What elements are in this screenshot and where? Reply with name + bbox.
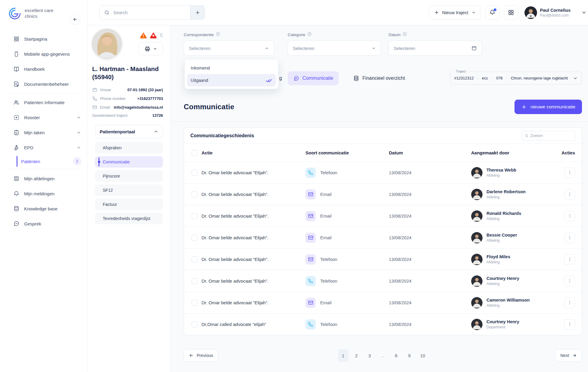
filter-categorie-select[interactable]: Selecteren xyxy=(288,41,381,56)
sidebar-item-handboek[interactable]: Handboek xyxy=(0,61,87,76)
nieuw-traject-button[interactable]: Nieuw traject xyxy=(429,5,481,20)
chat-icon xyxy=(13,221,20,227)
email-icon xyxy=(305,233,316,243)
sidebar-item-rooster[interactable]: Rooster xyxy=(0,110,87,125)
book-icon xyxy=(13,66,20,72)
telefoon-icon xyxy=(305,168,316,178)
row-checkbox[interactable] xyxy=(192,213,198,219)
sidebar-divider xyxy=(6,169,81,169)
double-check-icon xyxy=(266,78,272,83)
page-number-1[interactable]: 1 xyxy=(338,349,348,362)
coins-icon xyxy=(353,75,359,82)
row-actions-button[interactable] xyxy=(564,319,575,330)
row-actions-button[interactable] xyxy=(564,254,575,265)
epd-icon xyxy=(13,144,20,151)
row-actions-button[interactable] xyxy=(564,211,575,222)
patientenportaal-toggle[interactable]: Patientenportaal xyxy=(95,125,163,138)
portal-item-tevredenheids-vragenlijst[interactable]: Tevredenheids vragenlijst xyxy=(95,213,163,224)
traject-org: ecc xyxy=(478,76,492,80)
sidebar-item-knowledge-base[interactable]: Knowledge base xyxy=(0,201,87,216)
sidebar-item-mijn-meldingen[interactable]: Mijn meldingen xyxy=(0,186,87,201)
portal-item-communicatie[interactable]: Communicatie xyxy=(95,156,163,168)
sidebar-item-mijn-taken[interactable]: Mijn taken xyxy=(0,125,87,140)
table-header: Actie Soort communicatie Datum Aangemaak… xyxy=(184,144,582,162)
select-all-checkbox[interactable] xyxy=(192,150,198,156)
row-actions-button[interactable] xyxy=(564,232,575,243)
chevron-up-icon xyxy=(77,145,81,150)
dropdown-option-uitgaand[interactable]: Uitgaand xyxy=(187,74,276,86)
row-checkbox[interactable] xyxy=(192,278,198,284)
staff-avatar xyxy=(471,232,483,243)
dropdown-option-inkomend[interactable]: Inkomend xyxy=(187,62,276,74)
page-number-9[interactable]: 9 xyxy=(404,349,414,362)
portal-item-sf12[interactable]: SF12 xyxy=(95,184,163,196)
row-checkbox[interactable] xyxy=(192,300,198,306)
row-actions-button[interactable] xyxy=(564,276,575,287)
next-page-button[interactable]: Next xyxy=(555,349,582,362)
sidebar-item-mobiele-app-gegevens[interactable]: Mobiele app-gegevens xyxy=(0,46,87,61)
main-content: Correspondentie Selecteren Categorie Sel… xyxy=(171,25,588,372)
traject-code: 076 xyxy=(492,76,507,80)
table-row: Dr. Omar belde advocaat "Elijah". Email … xyxy=(184,205,582,227)
table-row: Dr. Omar belde advocaat "Elijah". Telefo… xyxy=(184,270,582,292)
sidebar-subitem-pati-nten[interactable]: Patiënten 2 xyxy=(0,155,87,168)
page-number-8[interactable]: 8 xyxy=(391,349,401,362)
table-search-input[interactable] xyxy=(530,134,572,138)
table-body: Dr. Omar belde advocaat "Elijah". Telefo… xyxy=(184,162,582,335)
people-icon xyxy=(13,99,20,106)
notification-dot xyxy=(494,8,496,11)
print-button[interactable] xyxy=(138,42,163,55)
portal-item-pijnscore[interactable]: Pijnscore xyxy=(95,170,163,182)
page-ellipsis: ... xyxy=(378,349,388,362)
nieuwe-communicatie-button[interactable]: nieuwe communicatie xyxy=(514,100,582,114)
portal-item-factuur[interactable]: Factuur xyxy=(95,199,163,210)
row-checkbox[interactable] xyxy=(192,191,198,197)
page-number-3[interactable]: 3 xyxy=(364,349,375,362)
chevron-down-icon xyxy=(471,10,476,15)
row-checkbox[interactable] xyxy=(192,256,198,262)
filter-categorie: Categorie Selecteren xyxy=(288,32,381,56)
sidebar-item-documentenbeheheer[interactable]: Documentenbeheheer xyxy=(0,76,87,91)
search-add-button[interactable] xyxy=(190,6,205,19)
previous-page-button[interactable]: Previous xyxy=(184,349,218,362)
email-icon xyxy=(305,254,316,265)
filter-datum-select[interactable]: Selecteren xyxy=(389,41,482,56)
row-actions-button[interactable] xyxy=(564,167,575,178)
page-number-10[interactable]: 10 xyxy=(418,349,428,362)
traject-select[interactable]: Traject #12312312 ecc 076 Chron. neuroge… xyxy=(450,72,582,85)
user-menu-chevron[interactable] xyxy=(581,10,586,15)
tab-communicatie[interactable]: Communicatie xyxy=(288,71,339,85)
sidebar-item-gesprek[interactable]: Gesprek xyxy=(0,216,87,231)
row-checkbox[interactable] xyxy=(192,321,198,327)
chevron-down-icon xyxy=(572,76,582,81)
row-actions-button[interactable] xyxy=(564,189,575,200)
notifications-button[interactable] xyxy=(485,5,500,20)
apps-grid-button[interactable] xyxy=(504,5,518,20)
table-row: Dr. Omar belde advocaat "Elijah". Email … xyxy=(184,227,582,248)
sidebar-item-startpagina[interactable]: Startpagina xyxy=(0,31,87,46)
user-menu[interactable]: Paul Cornelius Paul@dstrct.com xyxy=(524,6,571,19)
filter-correspondentie-select[interactable]: Selecteren xyxy=(184,41,274,56)
sidebar-item-patienten-informatie[interactable]: Patienten Informatie xyxy=(0,95,87,110)
warning-icon xyxy=(140,32,147,39)
row-checkbox[interactable] xyxy=(192,170,198,176)
help-icon xyxy=(307,32,312,37)
table-row: Dr. Omar belde advocaat "Elijah". Email … xyxy=(184,183,582,205)
portal-item-afspraken[interactable]: Afspraken xyxy=(95,142,163,153)
patient-detail-row: Email info@nagelstudiolarissa.nl xyxy=(92,104,163,110)
search-input[interactable] xyxy=(110,6,190,19)
tab-financieel-overzicht[interactable]: Financieel overzicht xyxy=(353,75,405,82)
sidebar-collapse-button[interactable] xyxy=(70,14,80,25)
user-email: Paul@dstrct.com xyxy=(540,13,571,17)
mobile-icon xyxy=(13,51,20,57)
arrow-left-icon xyxy=(189,353,194,358)
sidebar-nav: Startpagina Mobiele app-gegevens Handboe… xyxy=(0,31,87,231)
row-actions-button[interactable] xyxy=(564,297,575,308)
row-checkbox[interactable] xyxy=(192,235,198,241)
sidebar-item-mijn-afdelingen[interactable]: Mijn afdelingen xyxy=(0,171,87,186)
traject-id: #12312312 xyxy=(450,76,478,80)
clipped-tab-label[interactable]: g xyxy=(279,76,282,81)
page-number-2[interactable]: 2 xyxy=(351,349,361,362)
nieuw-traject-label: Nieuw traject xyxy=(442,10,468,15)
sidebar-item-epd[interactable]: EPD xyxy=(0,140,87,155)
